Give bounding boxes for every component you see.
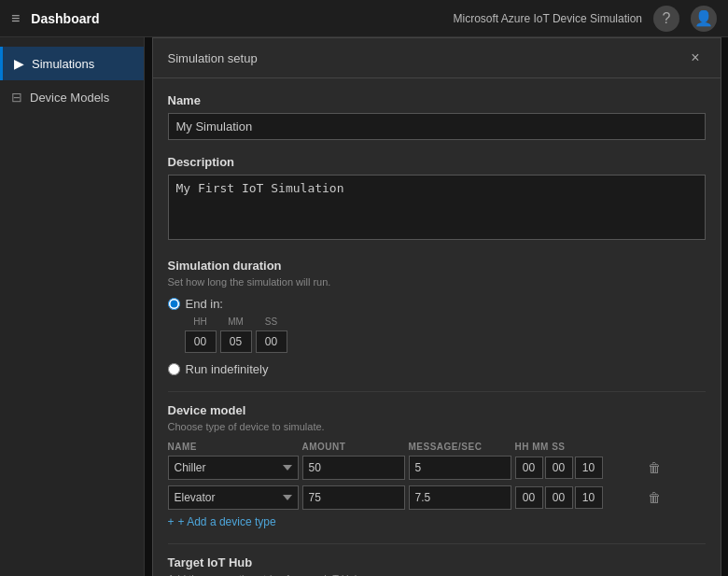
delete-device-1-button[interactable]: 🗑 [640,457,668,479]
description-field-group: Description My First IoT Simulation [168,155,706,244]
device-time-fields-2 [515,486,637,509]
modal-header: Simulation setup × [153,38,721,78]
main-layout: ▶ Simulations ⊟ Device Models Simulation… [0,37,728,576]
name-label: Name [168,93,706,107]
device-msg-sec-input-2[interactable] [409,485,511,510]
hamburger-icon[interactable]: ≡ [11,10,20,27]
simulation-duration-title: Simulation duration [168,259,706,273]
device-row: Chiller Elevator Engine Prototype Truck [168,485,706,510]
device-model-group: Device model Choose type of device to si… [168,403,706,528]
run-indefinitely-radio-row: Run indefinitely [168,362,706,376]
close-button[interactable]: × [685,48,705,68]
device-mm-2[interactable] [545,486,573,509]
device-amount-input-2[interactable] [302,485,405,510]
topbar: ≡ Dashboard Microsoft Azure IoT Device S… [0,0,728,37]
run-indefinitely-label: Run indefinitely [186,362,269,376]
end-hh-input[interactable] [185,330,217,353]
simulation-setup-modal: Simulation setup × Name Description My F… [152,37,721,576]
sidebar-item-device-models-label: Device Models [30,91,109,105]
delete-device-2-button[interactable]: 🗑 [640,486,668,509]
name-input[interactable] [168,113,706,140]
page-title: Dashboard [31,11,99,26]
end-in-radio-row: End in: [168,297,706,311]
device-type-select-1[interactable]: Chiller Elevator Engine Prototype Truck [168,456,299,480]
end-ss-input[interactable] [256,330,287,353]
divider-2 [168,543,706,544]
description-label: Description [168,155,706,169]
target-iot-hub-title: Target IoT Hub [168,555,706,569]
sidebar-item-simulations-label: Simulations [32,57,94,71]
ss-label: SS [256,316,287,327]
sidebar-item-device-models[interactable]: ⊟ Device Models [0,80,144,114]
device-row: Chiller Elevator Engine Prototype Truck [168,456,706,480]
device-hh-1[interactable] [515,457,543,479]
device-ss-1[interactable] [575,457,603,479]
device-models-icon: ⊟ [11,90,22,105]
add-device-label: + Add a device type [178,515,276,528]
device-time-fields-1 [515,457,637,479]
description-textarea[interactable]: My First IoT Simulation [168,175,706,240]
modal-title: Simulation setup [168,51,258,65]
app-name-label: Microsoft Azure IoT Device Simulation [453,12,642,25]
simulation-duration-group: Simulation duration Set how long the sim… [168,259,706,376]
simulations-icon: ▶ [14,56,24,71]
col-amount-label: AMOUNT [302,442,405,452]
add-device-icon: + [168,515,175,528]
col-hh-mm-ss-label: HH MM SS [515,442,637,452]
divider-1 [168,391,706,392]
sidebar-item-simulations[interactable]: ▶ Simulations [0,47,144,80]
user-avatar[interactable]: 👤 [691,6,717,32]
device-amount-input-1[interactable] [302,456,405,480]
col-msg-sec-label: MESSAGE/SEC [409,442,511,452]
target-iot-hub-section: Target IoT Hub Add the connection string… [168,555,706,576]
time-labels-row: HH MM SS [185,316,706,327]
duration-radio-group: End in: HH MM SS [168,297,706,376]
end-in-radio[interactable] [168,298,180,310]
col-name-label: NAME [168,442,299,452]
content-area: Simulation setup × Name Description My F… [145,37,728,576]
device-hh-2[interactable] [515,486,543,509]
end-mm-input[interactable] [220,330,252,353]
simulation-duration-desc: Set how long the simulation will run. [168,276,706,288]
modal-overlay: Simulation setup × Name Description My F… [145,37,728,576]
run-indefinitely-radio[interactable] [168,363,180,375]
device-ss-2[interactable] [575,486,603,509]
time-fields [185,330,706,353]
device-type-select-2[interactable]: Chiller Elevator Engine Prototype Truck [168,485,299,510]
modal-body: Name Description My First IoT Simulation… [153,78,721,576]
topbar-right: Microsoft Azure IoT Device Simulation ? … [453,6,717,32]
end-in-label: End in: [186,297,223,311]
name-field-group: Name [168,93,706,140]
add-device-type-link[interactable]: + + Add a device type [168,515,706,528]
help-icon[interactable]: ? [653,6,679,32]
sidebar: ▶ Simulations ⊟ Device Models [0,37,145,576]
device-msg-sec-input-1[interactable] [409,456,511,480]
device-model-desc: Choose type of device to simulate. [168,421,706,432]
device-model-title: Device model [168,403,706,417]
device-table-header: NAME AMOUNT MESSAGE/SEC HH MM SS [168,442,706,452]
device-mm-1[interactable] [545,457,573,479]
mm-label: MM [220,316,252,327]
topbar-left: ≡ Dashboard [11,10,99,27]
hh-label: HH [185,316,217,327]
